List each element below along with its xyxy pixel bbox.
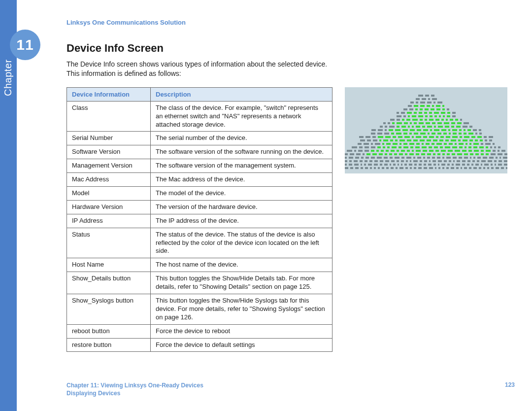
chapter-label: Chapter xyxy=(2,59,14,96)
cell-desc: This button toggles the Show/Hide Syslog… xyxy=(151,294,332,325)
cell-desc: The class of the device. For example, "s… xyxy=(151,101,332,132)
cell-desc: The software version of the management s… xyxy=(151,159,332,173)
table-row: IP AddressThe IP address of the device. xyxy=(67,214,332,228)
table-row: StatusThe status of the device. The stat… xyxy=(67,228,332,258)
table-row: Serial NumberThe serial number of the de… xyxy=(67,132,332,145)
cell-desc: The serial number of the device. xyxy=(151,132,332,145)
main-content: Linksys One Communications Solution Devi… xyxy=(66,19,515,352)
cell-name: Software Version xyxy=(67,145,151,159)
table-row: Host NameThe host name of the device. xyxy=(67,258,332,272)
table-header-col2: Description xyxy=(151,87,332,101)
cell-desc: The Mac address of the device. xyxy=(151,173,332,187)
table-row: Software VersionThe software version of … xyxy=(67,145,332,159)
table-row: Hardware VersionThe version of the hardw… xyxy=(67,200,332,214)
cell-name: Mac Address xyxy=(67,173,151,187)
cell-desc: Force the device to reboot xyxy=(151,324,332,338)
page-number: 123 xyxy=(505,381,515,397)
cell-desc: The host name of the device. xyxy=(151,258,332,272)
cell-name: Show_Syslogs button xyxy=(67,294,151,325)
cell-desc: The IP address of the device. xyxy=(151,214,332,228)
table-row: ModelThe model of the device. xyxy=(67,187,332,201)
cell-desc: Force the device to default settings xyxy=(151,338,332,352)
doc-subtitle: Linksys One Communications Solution xyxy=(66,19,515,26)
cell-name: reboot button xyxy=(67,324,151,338)
cell-name: IP Address xyxy=(67,214,151,228)
device-info-table: Device Information Description ClassThe … xyxy=(66,87,332,352)
cell-name: Management Version xyxy=(67,159,151,173)
table-row: Mac AddressThe Mac address of the device… xyxy=(67,173,332,187)
cell-name: Status xyxy=(67,228,151,258)
table-row: Show_Syslogs buttonThis button toggles t… xyxy=(67,294,332,325)
cell-desc: The status of the device. The status of … xyxy=(151,228,332,258)
cell-desc: The software version of the software run… xyxy=(151,145,332,159)
table-row: restore buttonForce the device to defaul… xyxy=(67,338,332,352)
page-footer: Chapter 11: Viewing Linksys One-Ready De… xyxy=(66,381,515,397)
table-row: ClassThe class of the device. For exampl… xyxy=(67,101,332,132)
footer-line1: Chapter 11: Viewing Linksys One-Ready De… xyxy=(66,381,203,389)
cell-name: Model xyxy=(67,187,151,201)
table-row: Show_Details buttonThis button toggles t… xyxy=(67,272,332,294)
cell-name: Serial Number xyxy=(67,132,151,145)
cell-name: restore button xyxy=(67,338,151,352)
table-row: reboot buttonForce the device to reboot xyxy=(67,324,332,338)
cell-name: Host Name xyxy=(67,258,151,272)
section-intro: The Device Info screen shows various typ… xyxy=(66,60,328,78)
cell-desc: This button toggles the Show/Hide Detail… xyxy=(151,272,332,294)
screenshot-figure xyxy=(345,87,507,173)
chapter-number-badge: 11 xyxy=(10,30,40,60)
cell-desc: The version of the hardware device. xyxy=(151,200,332,214)
cell-name: Show_Details button xyxy=(67,272,151,294)
section-title: Device Info Screen xyxy=(66,42,515,55)
cell-name: Class xyxy=(67,101,151,132)
footer-line2: Displaying Devices xyxy=(66,389,203,397)
sidebar: Chapter xyxy=(0,0,17,411)
table-row: Management VersionThe software version o… xyxy=(67,159,332,173)
cell-desc: The model of the device. xyxy=(151,187,332,201)
cell-name: Hardware Version xyxy=(67,200,151,214)
device-info-table-wrap: Device Information Description ClassThe … xyxy=(66,87,332,352)
table-header-col1: Device Information xyxy=(67,87,151,101)
